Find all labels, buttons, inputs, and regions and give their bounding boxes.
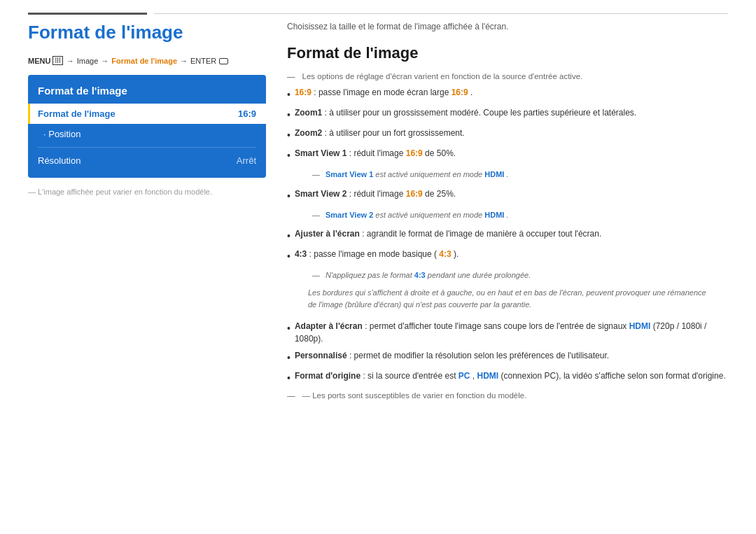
hdmi-origine: HDMI [477,371,499,381]
bullet-dot-perso: • [287,351,290,365]
list-item-ports-note: — — Les ports sont susceptibles de varie… [287,390,728,407]
bullet-dot-sv2: • [287,189,290,204]
arrow3: → [180,57,188,65]
note-dash: — [287,72,295,80]
43-bold: 4:3 [414,271,426,279]
bottom-note: — L'image affichée peut varier en foncti… [28,188,266,196]
sub-dash-43-1: — [312,269,320,281]
sv1-hdmi: HDMI [484,170,504,178]
extra-sv2: de 25%. [425,189,456,199]
li-text-adapter: Adapter à l'écran : permet d'afficher to… [295,320,728,345]
text-169: : passe l'image en mode écran large [314,87,451,97]
suffix-sv1: 16:9 [406,148,423,158]
bullet-dot-origine: • [287,371,290,386]
right-intro: Choisissez la taille et le format de l'i… [287,22,728,31]
li-text-sv2: Smart View 2 : réduit l'image 16:9 de 25… [295,188,728,200]
suffix-43: 4:3 [439,249,451,259]
general-note-text: Les options de réglage d'écran varient e… [302,72,583,80]
bold-origine: Format d'origine [295,371,360,381]
sv2-name: Smart View 2 [326,211,373,219]
menu-item-format[interactable]: Format de l'image 16:9 [28,104,266,124]
bullet-dot-zoom1: • [287,108,290,122]
list-item-43-note2: Les bordures qui s'affichent à droite et… [287,286,728,314]
text-sv2: : réduit l'image [349,189,406,199]
menu-word: MENU [28,57,50,65]
sub-dash-sv2: — [312,209,320,221]
item-label-resolution: Résolution [38,155,80,166]
hdmi-adapter: HDMI [629,321,651,331]
sub-note-sv2-text: Smart View 2 est activé uniquement en mo… [326,209,509,221]
menu-box: Format de l'image Format de l'image 16:9… [28,75,266,178]
sub-note-sv2: — Smart View 2 est activé uniquement en … [312,209,509,221]
enter-label: ENTER [190,57,216,65]
bullet-dot: • [287,87,290,102]
bold-43: 4:3 [295,249,307,259]
text-zoom2: : à utiliser pour un fort grossissement. [325,128,465,138]
suffix-sv2: 16:9 [406,189,423,199]
text-zoom1: : à utiliser pour un grossissement modér… [325,108,637,118]
li-text-sv1: Smart View 1 : réduit l'image 16:9 de 50… [295,147,728,160]
list-item-sv2: • Smart View 2 : réduit l'image 16:9 de … [287,188,728,204]
ports-dash: — [287,390,295,402]
sv2-dot: . [506,211,508,219]
menu-icon: III [52,56,62,65]
bullet-dot-adapter: • [287,321,290,336]
format-highlight: Format de l'image [111,57,177,65]
top-line-right [154,13,728,14]
list-item-adapter: • Adapter à l'écran : permet d'afficher … [287,320,728,345]
bold-zoom2: Zoom2 [295,128,322,138]
text-ajuster: : agrandit le format de l'image de maniè… [362,229,601,239]
item-value-format: 16:9 [238,108,256,119]
list-item-sv1: • Smart View 1 : réduit l'image 16:9 de … [287,147,728,163]
list-item-zoom2: • Zoom2 : à utiliser pour un fort grossi… [287,127,728,143]
sv2-hdmi: HDMI [484,211,504,219]
ports-note-text: — Les ports sont susceptibles de varier … [302,390,527,402]
43-note-text1: N'appliquez pas le format [326,271,414,279]
li-text-16-9: 16:9 : passe l'image en mode écran large… [295,86,728,99]
bullet-dot-sv1: • [287,148,290,163]
menu-item-position[interactable]: · Position [28,124,266,144]
li-text-perso: Personnalisé : permet de modifier la rés… [295,349,728,362]
text-perso: : permet de modifier la résolution selon… [349,351,609,360]
sv1-text2: est activé uniquement en mode [375,170,484,178]
top-bar [0,0,756,15]
list-item-sv2-note: — Smart View 2 est activé uniquement en … [287,208,728,224]
right-title: Format de l'image [287,44,728,62]
bullet-dot-zoom2: • [287,128,290,143]
sv2-text2: est activé uniquement en mode [375,211,484,219]
li-text-zoom2: Zoom2 : à utiliser pour un fort grossiss… [295,127,728,139]
left-panel: Format de l'image MENU III → Image → For… [28,22,266,412]
bullet-dot-ajuster: • [287,229,290,244]
43-note-text2: pendant une durée prolongée. [428,271,531,279]
rest-origine: (connexion PC), la vidéo s'affiche selon… [501,371,726,381]
arrow1: → [66,57,74,65]
bullet-dot-43: • [287,249,290,264]
extra-sv1: de 50%. [425,148,456,158]
text-origine: : si la source d'entrée est [363,371,458,381]
extra-43: ). [454,249,458,259]
bold-ajuster: Ajuster à l'écran [295,229,360,239]
list-item-43-note1: — N'appliquez pas le format 4:3 pendant … [287,268,728,284]
text-sv1: : réduit l'image [349,148,406,158]
list-item-sv1-note: — Smart View 1 est activé uniquement en … [287,167,728,183]
item-value-resolution: Arrêt [237,155,256,166]
bold-adapter: Adapter à l'écran [295,321,363,331]
left-title: Format de l'image [28,22,266,43]
main-layout: Format de l'image MENU III → Image → For… [0,22,756,412]
menu-item-resolution[interactable]: Résolution Arrêt [28,150,266,171]
text-43: : passe l'image en mode basique ( [309,249,437,259]
list-item-zoom1: • Zoom1 : à utiliser pour un grossisseme… [287,106,728,122]
li-text-43: 4:3 : passe l'image en mode basique ( 4:… [295,248,728,260]
sub-note-43-text: N'appliquez pas le format 4:3 pendant un… [326,269,531,281]
sub-note-43-2: Les bordures qui s'affichent à droite et… [308,287,706,311]
ports-note: — — Les ports sont susceptibles de varie… [287,390,526,402]
right-panel: Choisissez la taille et le format de l'i… [287,22,728,412]
sub-dash-sv1: — [312,169,320,181]
general-note-line: — Les options de réglage d'écran varient… [287,72,728,80]
bold-zoom1: Zoom1 [295,108,322,118]
enter-icon [219,58,228,64]
li-text-ajuster: Ajuster à l'écran : agrandit le format d… [295,227,728,240]
sv1-name: Smart View 1 [326,170,373,178]
bold-169: 16:9 [295,87,312,97]
comma-origine: , [472,371,477,381]
